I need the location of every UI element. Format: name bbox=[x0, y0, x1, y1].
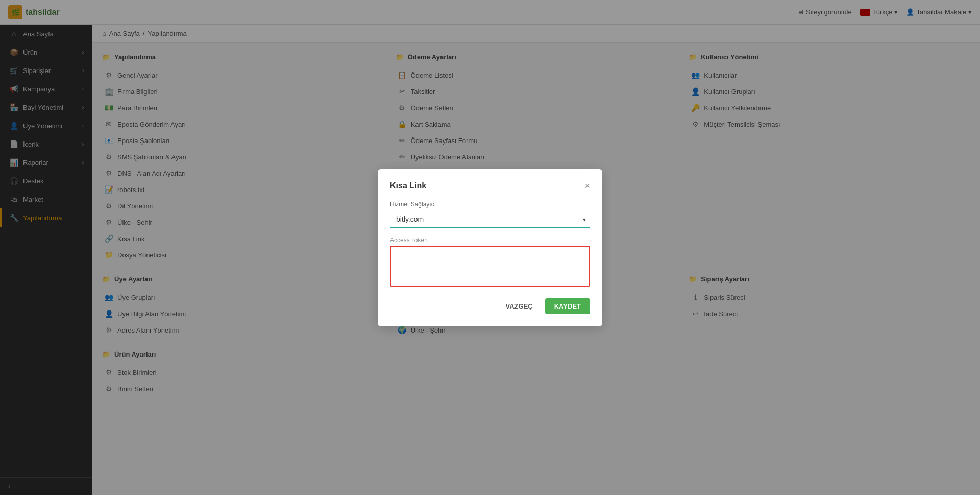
modal-title: Kısa Link bbox=[390, 181, 426, 191]
modal-header: Kısa Link × bbox=[390, 181, 590, 191]
access-token-input[interactable] bbox=[390, 246, 590, 287]
token-label: Access Token bbox=[390, 237, 590, 244]
cancel-button[interactable]: VAZGEÇ bbox=[500, 298, 539, 314]
modal-kisa-link: Kısa Link × Hizmet Sağlayıcı bitly.com t… bbox=[378, 169, 602, 326]
modal-overlay[interactable]: Kısa Link × Hizmet Sağlayıcı bitly.com t… bbox=[0, 0, 980, 495]
save-button[interactable]: KAYDET bbox=[545, 298, 590, 314]
service-select[interactable]: bitly.com tinyurl.com rebrandly.com bbox=[390, 211, 590, 228]
service-select-wrapper: bitly.com tinyurl.com rebrandly.com ▾ bbox=[390, 211, 590, 228]
modal-close-button[interactable]: × bbox=[584, 181, 590, 191]
modal-actions: VAZGEÇ KAYDET bbox=[390, 298, 590, 314]
token-field-wrapper: Access Token bbox=[390, 237, 590, 288]
service-label: Hizmet Sağlayıcı bbox=[390, 201, 590, 208]
